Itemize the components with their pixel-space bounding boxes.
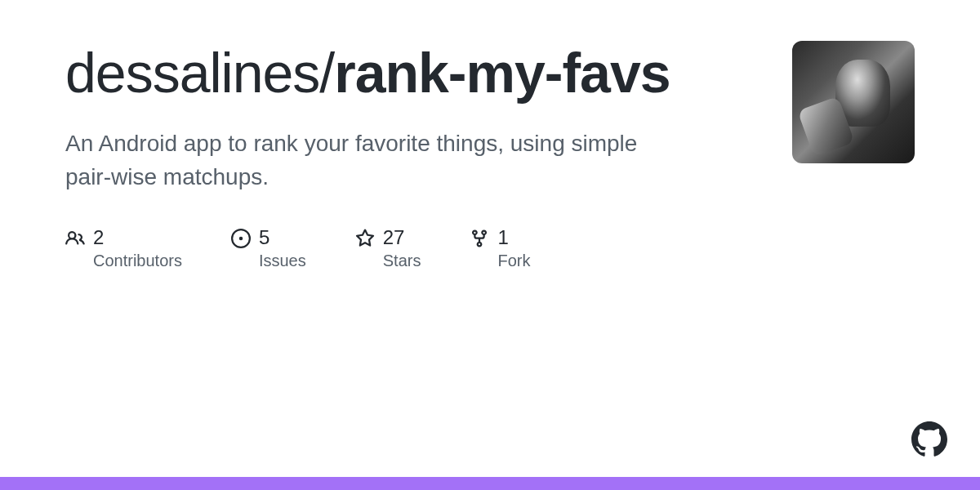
stat-stars[interactable]: 27 Stars (355, 226, 421, 270)
repo-name[interactable]: rank-my-favs (334, 42, 670, 104)
repo-description: An Android app to rank your favorite thi… (65, 127, 653, 194)
issues-label: Issues (259, 252, 306, 270)
stats-row: 2 Contributors 5 Issues 27 (65, 226, 686, 270)
repo-owner[interactable]: dessalines (65, 42, 319, 104)
stat-contributors[interactable]: 2 Contributors (65, 226, 182, 270)
contributors-label: Contributors (93, 252, 182, 270)
contributors-count: 2 (93, 226, 182, 250)
issue-icon (231, 229, 251, 248)
github-logo-icon[interactable] (911, 421, 947, 457)
people-icon (65, 229, 85, 248)
owner-avatar[interactable] (792, 41, 915, 163)
stat-forks[interactable]: 1 Fork (470, 226, 530, 270)
fork-icon (470, 229, 489, 248)
stars-count: 27 (383, 226, 421, 250)
accent-bar (0, 477, 980, 490)
stars-label: Stars (383, 252, 421, 270)
issues-count: 5 (259, 226, 306, 250)
stat-issues[interactable]: 5 Issues (231, 226, 306, 270)
repo-title: dessalines/rank-my-favs (65, 41, 686, 105)
forks-label: Fork (497, 252, 530, 270)
star-icon (355, 229, 375, 248)
forks-count: 1 (497, 226, 530, 250)
